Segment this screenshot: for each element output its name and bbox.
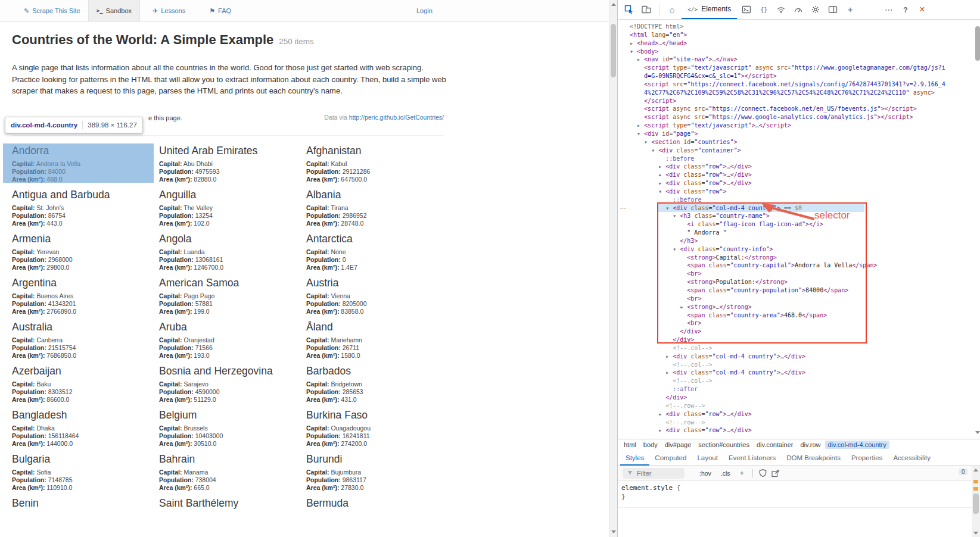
dom-tree-line[interactable]: ▸ <div class="row">…</div>: [630, 171, 974, 179]
dom-tree-line[interactable]: <br>: [630, 295, 974, 303]
dom-tree-line[interactable]: <!--.col-->: [630, 361, 974, 369]
node-more-actions-icon[interactable]: [620, 203, 626, 210]
dom-tree-line[interactable]: </script>: [630, 97, 974, 105]
dom-tree-line[interactable]: ▾ <div class="country-info">: [630, 245, 974, 254]
scroll-up-icon[interactable]: [611, 3, 616, 6]
styles-scrollbar[interactable]: [972, 466, 980, 537]
dom-tree-line[interactable]: ▸ <div class="row">…</div>: [630, 410, 974, 419]
dom-tree-line[interactable]: <span class="country-capital">Andorra la…: [630, 261, 974, 270]
toggle-cls[interactable]: .cls: [718, 470, 733, 477]
element-style-rule[interactable]: element.style { }: [621, 483, 680, 501]
scroll-down-icon[interactable]: [611, 530, 616, 533]
nav-tab-lessons[interactable]: Lessons: [145, 0, 193, 21]
styles-scroll-down-icon[interactable]: [973, 532, 978, 535]
dom-tree-line[interactable]: ▸ <strong>…</strong>: [630, 303, 974, 311]
network-icon[interactable]: [773, 1, 789, 18]
data-source-link[interactable]: http://peric.github.io/GetCountries/: [349, 114, 444, 121]
breadcrumb-item[interactable]: body: [640, 441, 661, 449]
page-scrollbar-thumb[interactable]: [611, 24, 616, 77]
styles-tab-dom-breakpoints[interactable]: DOM Breakpoints: [781, 450, 846, 466]
rendering-shield-icon[interactable]: [758, 469, 767, 477]
styles-filter-input[interactable]: [636, 469, 680, 477]
sources-icon[interactable]: [756, 1, 771, 18]
toggle-hov[interactable]: :hov: [696, 470, 714, 477]
close-devtools-icon[interactable]: [914, 1, 930, 18]
layout-panels-icon[interactable]: [825, 1, 841, 18]
dom-tree-line[interactable]: </h3>: [630, 237, 974, 245]
dom-tree-line[interactable]: <script async src="https://connect.faceb…: [630, 105, 974, 113]
dom-tree-line[interactable]: <i class="flag-icon flag-icon-ad"></i>: [630, 220, 974, 229]
dom-tree-line[interactable]: <br>: [630, 270, 974, 278]
settings-gear-icon[interactable]: [808, 1, 823, 18]
page-scrollbar[interactable]: [609, 0, 618, 537]
dom-tree-line[interactable]: ▸ <div class="col-md-4 country">…</div>: [630, 369, 974, 377]
dom-tree-line[interactable]: <!--.row-->: [630, 419, 974, 427]
breadcrumb-item[interactable]: div.col-md-4.country: [825, 441, 889, 449]
dom-tree-line[interactable]: ▾ <div class="container">: [630, 146, 974, 155]
styles-tab-styles[interactable]: Styles: [620, 450, 649, 466]
styles-tab-computed[interactable]: Computed: [649, 450, 692, 466]
more-menu-icon[interactable]: [881, 1, 897, 18]
dom-tree-line[interactable]: ▸ <div class="row">…</div>: [630, 179, 974, 188]
dom-tree-line[interactable]: 4%2C77%2C67%2C109%2C59%2C58%2C31%2C96%2C…: [630, 89, 974, 97]
dom-tree-line[interactable]: <script async src="https://www.google-an…: [630, 113, 974, 121]
dom-tree-line[interactable]: <span class="country-population">84000</…: [630, 286, 974, 295]
nav-tab-sandbox[interactable]: Sandbox: [88, 0, 140, 21]
dom-tree-line[interactable]: <script type="text/javascript" async src…: [630, 64, 974, 72]
dom-tree-line[interactable]: </div>: [630, 394, 974, 402]
styles-filter[interactable]: [623, 468, 685, 479]
styles-scroll-up-icon[interactable]: [973, 469, 978, 472]
dom-tree-line[interactable]: <!--.col-->: [630, 377, 974, 385]
dom-tree-line[interactable]: ▾ <body>: [630, 48, 974, 56]
styles-tab-properties[interactable]: Properties: [846, 450, 888, 466]
dom-tree-line[interactable]: ::before: [630, 155, 974, 163]
dom-tree-line[interactable]: ▾ <h3 class="country-name">: [630, 212, 974, 220]
styles-tab-layout[interactable]: Layout: [692, 450, 723, 466]
dom-tree-line[interactable]: <!DOCTYPE html>: [630, 23, 974, 31]
dom-tree-line[interactable]: <strong>Population:</strong>: [630, 278, 974, 286]
new-style-rule-icon[interactable]: +: [737, 469, 748, 477]
dom-tree-line[interactable]: ▸ <nav id="site-nav">…</nav>: [630, 55, 974, 64]
breadcrumb-item[interactable]: section#countries: [695, 441, 752, 449]
performance-icon[interactable]: [791, 1, 806, 18]
nav-tab-faq[interactable]: FAQ: [201, 0, 239, 21]
login-link[interactable]: Login: [409, 0, 440, 21]
console-icon[interactable]: [739, 1, 754, 18]
dom-tree-line[interactable]: " Andorra ": [630, 229, 974, 237]
dom-tree-line[interactable]: ▸ <script type="text/javascript">…</scri…: [630, 121, 974, 130]
breadcrumb-item[interactable]: html: [621, 441, 639, 449]
dom-tree-line[interactable]: <!--.col-->: [630, 344, 974, 352]
dom-tree-line[interactable]: d=G-09N5RQCFG4&cx=c&_slc=1"></script>: [630, 72, 974, 80]
breadcrumb-item[interactable]: div#page: [662, 441, 695, 449]
dom-tree-line[interactable]: ▸ <head>…</head>: [630, 39, 974, 48]
tree-scrollbar-thumb[interactable]: [975, 26, 980, 61]
open-external-icon[interactable]: [771, 469, 780, 477]
dom-tree-line[interactable]: </div>: [630, 336, 974, 344]
breadcrumb-item[interactable]: div.row: [797, 441, 823, 449]
inspect-element-icon[interactable]: [621, 1, 637, 18]
welcome-tab-home-icon[interactable]: [664, 1, 680, 18]
device-toolbar-icon[interactable]: [639, 1, 654, 18]
styles-tab-accessibility[interactable]: Accessibility: [888, 450, 936, 466]
dom-tree-line[interactable]: ::after: [630, 385, 974, 394]
dom-tree-line[interactable]: <!--.row-->: [630, 402, 974, 410]
tab-elements[interactable]: </> Elements: [682, 1, 737, 19]
add-panel-icon[interactable]: [842, 1, 858, 18]
dom-tree-line[interactable]: ▾ <section id="countries">: [630, 138, 974, 146]
dom-tree-line[interactable]: ::before: [630, 196, 974, 204]
styles-tab-event-listeners[interactable]: Event Listeners: [723, 450, 781, 466]
dom-tree-line[interactable]: ▾ <div class="row">: [630, 188, 974, 196]
dom-tree-line[interactable]: </div>: [630, 327, 974, 336]
dom-tree-line[interactable]: <script src="https://connect.facebook.ne…: [630, 80, 974, 89]
nav-brand[interactable]: Scrape This Site: [16, 0, 88, 21]
dom-tree-line[interactable]: ▸ <div class="col-md-4 country">…</div>: [630, 352, 974, 361]
dom-tree-line[interactable]: ▸ <div class="row">…</div>: [630, 426, 974, 435]
help-icon[interactable]: [898, 1, 913, 18]
dom-tree-line[interactable]: <span class="country-area">468.0</span>: [630, 311, 974, 320]
dom-tree-line[interactable]: ▾ <div id="page">: [630, 130, 974, 138]
breadcrumb-item[interactable]: div.container: [754, 441, 797, 449]
styles-scrollbar-thumb[interactable]: [973, 494, 979, 514]
dom-tree-line[interactable]: <strong>Capital:</strong>: [630, 254, 974, 262]
dom-tree-line[interactable]: ▸ <div class="row">…</div>: [630, 163, 974, 171]
tree-scroll-down-icon[interactable]: [975, 431, 980, 434]
